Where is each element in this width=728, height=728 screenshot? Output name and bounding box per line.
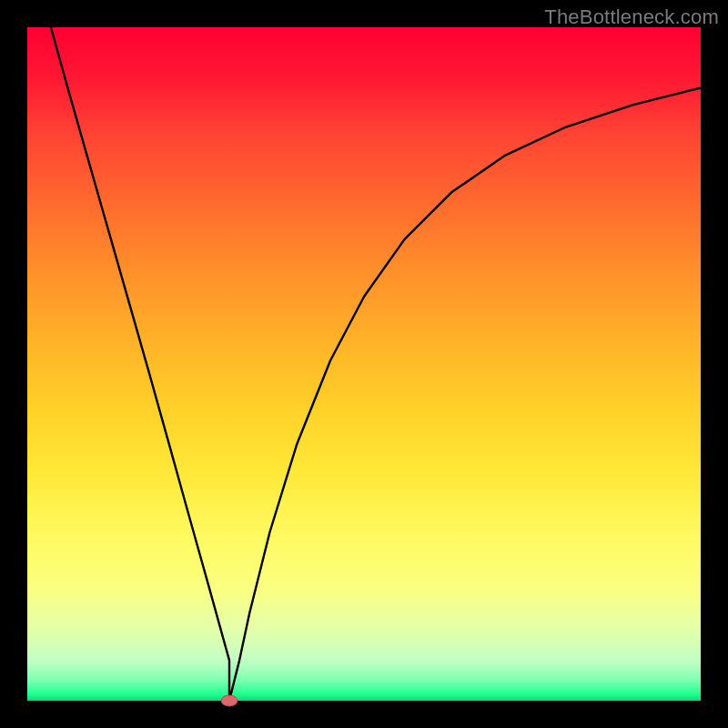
bottleneck-curve xyxy=(51,27,701,701)
chart-canvas: TheBottleneck.com xyxy=(0,0,728,728)
curve-layer xyxy=(27,27,701,701)
min-point-marker xyxy=(221,695,238,706)
plot-area xyxy=(27,27,701,701)
watermark-text: TheBottleneck.com xyxy=(544,5,719,29)
